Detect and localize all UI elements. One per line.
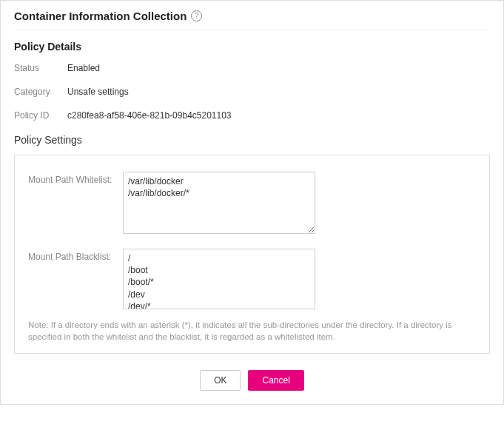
- policy-id-label: Policy ID: [14, 110, 67, 121]
- settings-box: Mount Path Whitelist: Mount Path Blackli…: [14, 155, 490, 354]
- category-label: Category: [14, 87, 67, 97]
- footer-buttons: OK Cancel: [14, 370, 490, 391]
- help-icon[interactable]: ?: [191, 10, 202, 21]
- policy-details-title: Policy Details: [14, 41, 490, 53]
- category-row: Category Unsafe settings: [14, 87, 490, 97]
- policy-settings-title: Policy Settings: [14, 134, 490, 146]
- blacklist-row: Mount Path Blacklist:: [28, 249, 476, 309]
- status-row: Status Enabled: [14, 63, 490, 73]
- category-value: Unsafe settings: [67, 87, 129, 97]
- blacklist-input[interactable]: [123, 249, 315, 309]
- blacklist-label: Mount Path Blacklist:: [28, 249, 123, 262]
- settings-note: Note: If a directory ends with an asteri…: [28, 320, 476, 343]
- policy-id-value: c280fea8-af58-406e-821b-09b4c5201103: [67, 110, 232, 121]
- ok-button[interactable]: OK: [200, 370, 241, 391]
- status-value: Enabled: [67, 63, 100, 73]
- panel-header: Container Information Collection ?: [14, 10, 490, 30]
- cancel-button[interactable]: Cancel: [248, 370, 303, 391]
- whitelist-input[interactable]: [123, 172, 315, 234]
- status-label: Status: [14, 63, 67, 73]
- whitelist-label: Mount Path Whitelist:: [28, 172, 123, 185]
- panel-title: Container Information Collection: [14, 10, 187, 22]
- policy-id-row: Policy ID c280fea8-af58-406e-821b-09b4c5…: [14, 110, 490, 121]
- policy-panel: Container Information Collection ? Polic…: [0, 0, 504, 405]
- whitelist-row: Mount Path Whitelist:: [28, 172, 476, 234]
